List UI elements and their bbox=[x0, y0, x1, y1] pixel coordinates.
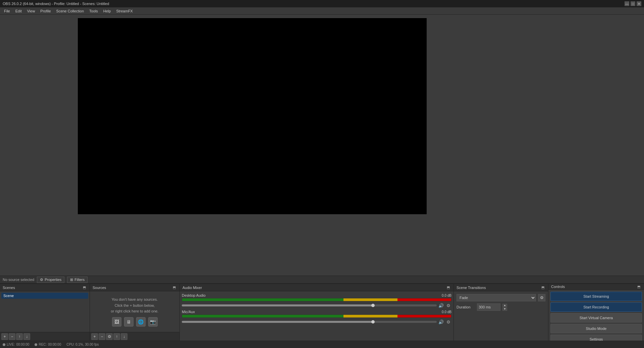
audio-meter-mic-bg bbox=[182, 315, 451, 317]
rec-dot bbox=[35, 343, 37, 346]
transition-type-row: Fade ⚙ bbox=[457, 294, 545, 301]
start-virtual-camera-button[interactable]: Start Virtual Camera bbox=[550, 313, 642, 323]
desktop-mute-button[interactable]: 🔊 bbox=[438, 302, 444, 308]
transitions-content: Fade ⚙ Duration ▲ ▼ bbox=[454, 291, 548, 341]
source-display-button[interactable]: 🖥 bbox=[124, 317, 133, 327]
studio-mode-button[interactable]: Studio Mode bbox=[550, 324, 642, 333]
mic-volume-slider[interactable] bbox=[182, 321, 437, 323]
audio-track-mic-header: Mic/Aux 0.0 dB bbox=[182, 310, 451, 314]
filters-icon: ⊞ bbox=[70, 278, 73, 282]
duration-down-button[interactable]: ▼ bbox=[502, 307, 507, 311]
start-streaming-button[interactable]: Start Streaming bbox=[550, 292, 642, 301]
controls-title: Controls bbox=[551, 285, 565, 289]
cpu-status: CPU: 0.1%, 30.00 fps bbox=[66, 343, 99, 346]
source-icons-bar: 🖼 🖥 🌐 📷 bbox=[112, 317, 158, 327]
titlebar-title: OBS 26.0.2 (64-bit, windows) - Profile: … bbox=[3, 2, 109, 6]
transition-duration-row: Duration ▲ ▼ bbox=[457, 303, 545, 311]
titlebar: OBS 26.0.2 (64-bit, windows) - Profile: … bbox=[0, 0, 644, 7]
main-area: No source selected ⚙ Properties ⊞ Filter… bbox=[0, 15, 644, 348]
sources-panel-expand[interactable]: ⬒ bbox=[171, 285, 177, 290]
audio-mixer-header: Audio Mixer ⬒ bbox=[180, 284, 453, 291]
minimize-button[interactable]: — bbox=[625, 1, 629, 6]
scene-transitions-expand[interactable]: ⬒ bbox=[540, 285, 545, 290]
sources-panel-header: Sources ⬒ bbox=[90, 284, 179, 291]
filters-label: Filters bbox=[74, 278, 85, 282]
duration-input[interactable] bbox=[477, 303, 500, 311]
menu-item-scene-collection[interactable]: Scene Collection bbox=[54, 8, 87, 14]
menu-item-streamfx[interactable]: StreamFX bbox=[113, 8, 136, 14]
sources-empty-line1: You don't have any sources. Click the + … bbox=[111, 297, 159, 314]
desktop-settings-button[interactable]: ⚙ bbox=[445, 302, 451, 308]
scene-remove-button[interactable]: − bbox=[9, 333, 15, 340]
bottom-panels: Scenes ⬒ Scene + − ↑ ↓ Sources ⬒ bbox=[0, 284, 644, 341]
properties-icon: ⚙ bbox=[40, 278, 43, 282]
source-add-button[interactable]: + bbox=[91, 333, 98, 340]
transition-type-select[interactable]: Fade bbox=[457, 294, 536, 301]
mic-mute-button[interactable]: 🔊 bbox=[438, 319, 444, 325]
status-bar: LIVE: 00:00:00 REC: 00:00:00 CPU: 0.1%, … bbox=[0, 341, 644, 348]
controls-panel: Controls ⬒ Start Streaming Start Recordi… bbox=[548, 284, 644, 341]
scenes-toolbar: + − ↑ ↓ bbox=[0, 332, 90, 341]
menu-item-file[interactable]: File bbox=[1, 8, 13, 14]
close-button[interactable]: ✕ bbox=[637, 1, 641, 6]
audio-mixer-expand[interactable]: ⬒ bbox=[445, 285, 451, 290]
menubar: FileEditViewProfileScene CollectionTools… bbox=[0, 7, 644, 15]
scene-item[interactable]: Scene bbox=[1, 293, 88, 299]
menu-item-help[interactable]: Help bbox=[101, 8, 114, 14]
scene-add-button[interactable]: + bbox=[1, 333, 8, 340]
menu-item-edit[interactable]: Edit bbox=[13, 8, 24, 14]
audio-meter-desktop bbox=[182, 298, 451, 301]
source-settings-button[interactable]: ⚙ bbox=[106, 333, 113, 340]
preview-area bbox=[0, 15, 644, 276]
scene-move-down-button[interactable]: ↓ bbox=[23, 333, 30, 340]
scenes-panel: Scenes ⬒ Scene + − ↑ ↓ bbox=[0, 284, 90, 341]
filters-tab[interactable]: ⊞ Filters bbox=[67, 277, 88, 283]
start-recording-button[interactable]: Start Recording bbox=[550, 302, 642, 312]
audio-content: Desktop Audio 0.0 dB 🔊 ⚙ bbox=[180, 291, 453, 341]
audio-meter-desktop-bg bbox=[182, 298, 451, 301]
mic-volume-knob bbox=[371, 320, 375, 324]
audio-track-mic: Mic/Aux 0.0 dB 🔊 ⚙ bbox=[182, 310, 451, 325]
rec-time: 00:00:00 bbox=[48, 343, 61, 346]
maximize-button[interactable]: □ bbox=[631, 1, 635, 6]
scene-transitions-panel: Scene Transitions ⬒ Fade ⚙ Duration ▲ ▼ bbox=[454, 284, 548, 341]
scene-transitions-title: Scene Transitions bbox=[457, 286, 486, 290]
cpu-label: CPU: 0.1%, 30.00 fps bbox=[66, 343, 99, 346]
desktop-volume-slider[interactable] bbox=[182, 304, 437, 306]
source-image-button[interactable]: 🖼 bbox=[112, 317, 121, 327]
source-camera-button[interactable]: 📷 bbox=[148, 317, 158, 327]
duration-label: Duration bbox=[457, 305, 475, 309]
audio-track-mic-controls: 🔊 ⚙ bbox=[182, 319, 451, 325]
scenes-panel-expand[interactable]: ⬒ bbox=[82, 285, 87, 290]
source-move-up-button[interactable]: ↑ bbox=[113, 333, 120, 340]
transition-gear-button[interactable]: ⚙ bbox=[538, 294, 545, 301]
menu-item-profile[interactable]: Profile bbox=[38, 8, 53, 14]
controls-header: Controls ⬒ bbox=[548, 284, 644, 290]
mic-settings-button[interactable]: ⚙ bbox=[445, 319, 451, 325]
controls-expand[interactable]: ⬒ bbox=[636, 284, 641, 289]
audio-track-desktop-db: 0.0 dB bbox=[442, 294, 451, 297]
source-remove-button[interactable]: − bbox=[99, 333, 105, 340]
sources-empty: You don't have any sources. Click the + … bbox=[90, 291, 179, 332]
titlebar-controls: — □ ✕ bbox=[625, 1, 641, 6]
scene-item-label: Scene bbox=[3, 294, 14, 298]
live-time: 00:00:00 bbox=[16, 343, 29, 346]
live-dot bbox=[3, 343, 5, 346]
menu-item-tools[interactable]: Tools bbox=[87, 8, 101, 14]
audio-meter-mic bbox=[182, 314, 451, 318]
sources-panel-title: Sources bbox=[93, 286, 106, 290]
audio-track-desktop-controls: 🔊 ⚙ bbox=[182, 302, 451, 308]
duration-spinners: ▲ ▼ bbox=[502, 304, 507, 311]
live-label: LIVE: bbox=[7, 343, 15, 346]
duration-up-button[interactable]: ▲ bbox=[502, 304, 507, 307]
sources-toolbar: + − ⚙ ↑ ↓ bbox=[90, 332, 179, 341]
properties-tab[interactable]: ⚙ Properties bbox=[37, 277, 64, 283]
scene-move-up-button[interactable]: ↑ bbox=[16, 333, 23, 340]
menu-item-view[interactable]: View bbox=[24, 8, 38, 14]
rec-status: REC: 00:00:00 bbox=[35, 343, 61, 346]
properties-label: Properties bbox=[45, 278, 61, 282]
scenes-panel-header: Scenes ⬒ bbox=[0, 284, 90, 291]
source-move-down-button[interactable]: ↓ bbox=[121, 333, 127, 340]
source-browser-button[interactable]: 🌐 bbox=[136, 317, 146, 327]
properties-bar: No source selected ⚙ Properties ⊞ Filter… bbox=[0, 276, 644, 284]
